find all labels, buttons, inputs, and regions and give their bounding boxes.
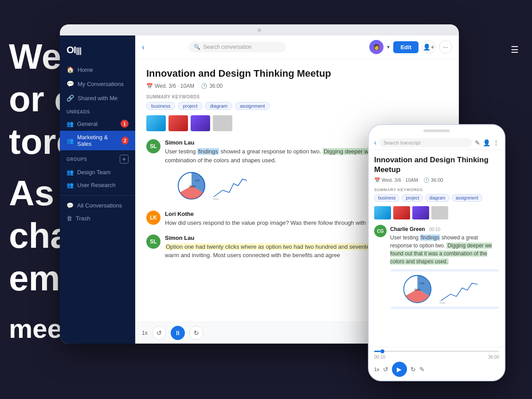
- phone-keywords-label: SUMMARY KEYWORDS: [374, 188, 499, 192]
- phone-more-icon[interactable]: ⋮: [493, 139, 499, 146]
- sidebar-item-general[interactable]: 👥 General 1: [60, 117, 135, 131]
- phone-title: Innovation and Design Thinking Meetup: [374, 155, 499, 175]
- svg-text:iOS: iOS: [420, 282, 424, 285]
- avatar-image: 👩: [373, 44, 380, 50]
- phone-progress-bar[interactable]: [374, 351, 499, 352]
- svg-text:iOS: iOS: [195, 179, 200, 182]
- general-icon: 👥: [66, 121, 74, 127]
- playback-speed[interactable]: 1x: [142, 330, 148, 336]
- design-team-label: Design Team: [77, 169, 111, 176]
- phone-progress-fill: [374, 351, 380, 352]
- tablet-top-bar: [60, 24, 459, 35]
- phone-time-row: 00:10 36:00: [374, 355, 499, 360]
- phone-msg-name: Charlie Green: [390, 226, 425, 232]
- general-badge: 1: [121, 120, 129, 128]
- calendar-icon: 📅 Wed. 3/6 · 10AM: [146, 83, 194, 89]
- phone-add-person-icon[interactable]: 👤: [483, 139, 490, 146]
- phone-pen-button[interactable]: ✎: [419, 366, 425, 373]
- sidebar-item-user-research[interactable]: 👥 User Research: [60, 179, 135, 192]
- sidebar-item-shared-with-me-label: Shared with Me: [78, 95, 117, 102]
- trash-icon: 🗑: [66, 215, 72, 222]
- phone-search-placeholder: Search transcript: [383, 140, 420, 145]
- conversations-icon: 💬: [66, 80, 74, 87]
- phone-highlight-findings: findings: [420, 235, 440, 241]
- search-placeholder: Search conversation: [203, 44, 251, 50]
- sidebar-item-marketing[interactable]: 👥 Marketing & Sales 2: [60, 131, 135, 150]
- svg-text:Web: Web: [189, 185, 196, 188]
- edit-button[interactable]: Edit: [393, 41, 419, 53]
- all-conversations-icon: 💬: [66, 202, 74, 209]
- logo-text: OI|||: [66, 44, 81, 55]
- avatar: 👩: [369, 40, 383, 54]
- phone-time-end: 36:00: [488, 355, 499, 360]
- sidebar-item-home-label: Home: [78, 66, 93, 73]
- back-button[interactable]: ‹: [142, 43, 145, 52]
- phone-play-button[interactable]: ▶: [392, 362, 407, 377]
- sidebar-item-design-team[interactable]: 👥 Design Team: [60, 166, 135, 179]
- unreads-label: UNREADS: [60, 105, 135, 117]
- phone-msg-text: User testing findings showed a great res…: [390, 234, 499, 266]
- search-icon: 🔍: [194, 44, 200, 50]
- sidebar-item-my-conversations[interactable]: 💬 My Conversations: [60, 77, 135, 91]
- svg-text:Time: Time: [439, 301, 446, 305]
- phone-forward-button[interactable]: ↻: [411, 366, 416, 373]
- sidebar-item-shared-with-me[interactable]: 🔗 Shared with Me: [60, 91, 135, 105]
- forward-button[interactable]: ↻: [189, 326, 203, 340]
- thumbnail-1: [146, 115, 166, 131]
- msg-avatar-lori: LK: [146, 211, 160, 225]
- phone-progress-dot: [380, 349, 384, 353]
- svg-text:Web: Web: [414, 289, 420, 292]
- sidebar-item-all-conversations[interactable]: 💬 All Conversations: [60, 199, 135, 212]
- trash-label: Trash: [76, 215, 90, 222]
- phone-notch-bar: [369, 125, 505, 136]
- phone-audio-player: 00:10 36:00 1x ↺ ▶ ↻ ✎: [369, 347, 505, 380]
- keyword-business: business: [146, 102, 175, 110]
- highlight-findings: findings: [197, 148, 219, 155]
- avatar-chevron[interactable]: ▾: [387, 44, 390, 50]
- phone-playback-speed[interactable]: 1x: [374, 367, 379, 372]
- thumbnail-4: [213, 115, 232, 131]
- top-actions: 👩 ▾ Edit 👤+ ···: [369, 40, 452, 54]
- play-pause-button[interactable]: ⏸: [171, 326, 185, 340]
- phone-thumbnail-3: [412, 206, 429, 219]
- thumbnail-2: [168, 115, 188, 131]
- settings-icon[interactable]: ☰: [511, 44, 519, 55]
- sidebar: OI||| 🏠 Home 💬 My Conversations 🔗 Shared…: [60, 35, 135, 344]
- home-icon: 🏠: [66, 66, 74, 73]
- phone-notch: [423, 129, 450, 132]
- phone-rewind-button[interactable]: ↺: [383, 366, 388, 373]
- graph-svg-1: Web iOS Time: [165, 168, 254, 203]
- rewind-button[interactable]: ↺: [152, 326, 166, 340]
- keywords-container: business project diagram assignment: [146, 102, 448, 110]
- sidebar-logo: OI|||: [60, 42, 135, 63]
- keyword-project: project: [178, 102, 202, 110]
- search-bar[interactable]: 🔍 Search conversation: [188, 42, 286, 52]
- sidebar-item-my-conversations-label: My Conversations: [78, 81, 124, 87]
- groups-label: GROUPS +: [60, 150, 135, 166]
- phone-keyword-project: project: [402, 194, 423, 202]
- sidebar-item-home[interactable]: 🏠 Home: [60, 63, 135, 77]
- phone-search-bar[interactable]: Search transcript: [379, 138, 472, 147]
- phone-back-button[interactable]: ‹: [374, 139, 376, 147]
- phone-body: Innovation and Design Thinking Meetup 📅 …: [369, 150, 505, 347]
- sidebar-divider: [60, 195, 135, 196]
- marketing-icon: 👥: [66, 137, 74, 144]
- phone-msg-image: Web iOS Time: [390, 269, 499, 309]
- phone-player-controls: 1x ↺ ▶ ↻ ✎: [374, 362, 499, 377]
- conversation-meta: 📅 Wed. 3/6 · 10AM 🕐 36:00: [146, 83, 448, 89]
- phone-edit-icon[interactable]: ✎: [475, 139, 480, 146]
- phone-keyword-business: business: [374, 194, 399, 202]
- conversation-title: Innovation and Design Thinking Meetup: [146, 68, 448, 79]
- phone-calendar-icon: 📅 Wed. 3/6 · 10AM: [374, 177, 418, 183]
- more-options-button[interactable]: ···: [439, 40, 452, 54]
- thumbnail-3: [191, 115, 210, 131]
- phone-msg-time: 00:10: [429, 227, 440, 232]
- user-research-icon: 👥: [66, 182, 74, 188]
- shared-icon: 🔗: [66, 94, 74, 102]
- general-label: General: [77, 121, 98, 127]
- sidebar-item-trash[interactable]: 🗑 Trash: [60, 212, 135, 225]
- add-person-button[interactable]: 👤+: [422, 40, 435, 54]
- add-group-button[interactable]: +: [120, 155, 129, 164]
- highlight-option: Option one had twenty clicks where as op…: [165, 243, 394, 250]
- user-research-label: User Research: [77, 182, 116, 188]
